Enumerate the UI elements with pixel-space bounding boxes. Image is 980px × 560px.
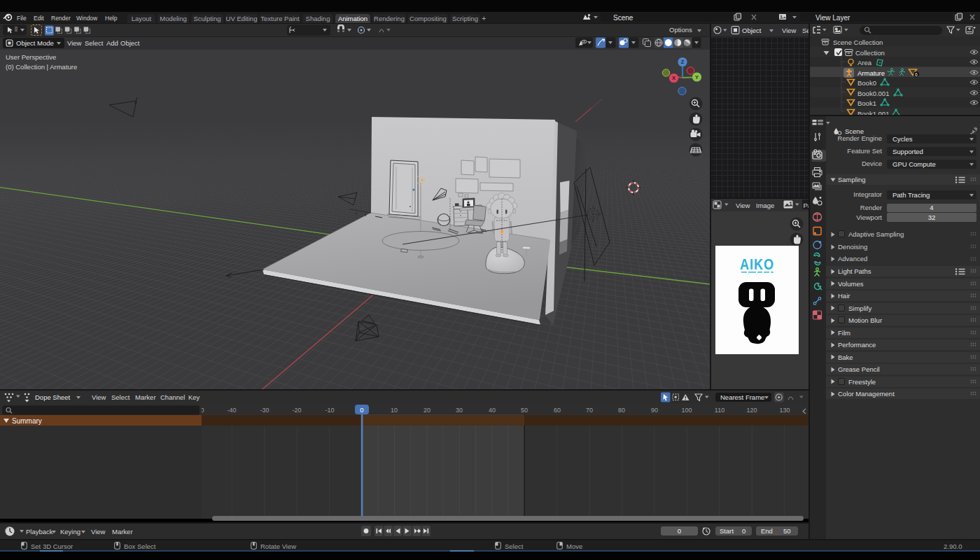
svg-text:120: 120 (746, 407, 757, 414)
svg-text:20: 20 (424, 407, 430, 414)
svg-text:70: 70 (586, 407, 593, 414)
svg-text:6: 6 (915, 72, 918, 77)
svg-text:User Perspective: User Perspective (6, 53, 56, 61)
svg-text:Z: Z (681, 59, 685, 65)
svg-text:X: X (672, 75, 676, 81)
svg-text:-40: -40 (227, 407, 236, 414)
svg-text:-30: -30 (260, 407, 269, 414)
svg-text:90: 90 (651, 407, 658, 414)
svg-text:60: 60 (554, 407, 561, 414)
svg-text:130: 130 (779, 407, 790, 414)
svg-text:110: 110 (715, 407, 724, 414)
svg-text:AIKO: AIKO (740, 255, 774, 272)
svg-text:80: 80 (618, 407, 625, 414)
svg-text:100: 100 (681, 407, 692, 414)
svg-text:-10: -10 (325, 407, 334, 414)
svg-text:Y: Y (695, 74, 699, 80)
svg-text:50: 50 (521, 407, 528, 414)
svg-text:0: 0 (360, 406, 363, 414)
svg-text:40: 40 (489, 407, 496, 414)
svg-text:30: 30 (456, 407, 463, 414)
svg-text:-20: -20 (292, 407, 301, 414)
svg-text:(0) Collection | Armature: (0) Collection | Armature (6, 63, 77, 71)
svg-text:Summary: Summary (12, 417, 42, 425)
svg-text:10: 10 (391, 407, 398, 414)
